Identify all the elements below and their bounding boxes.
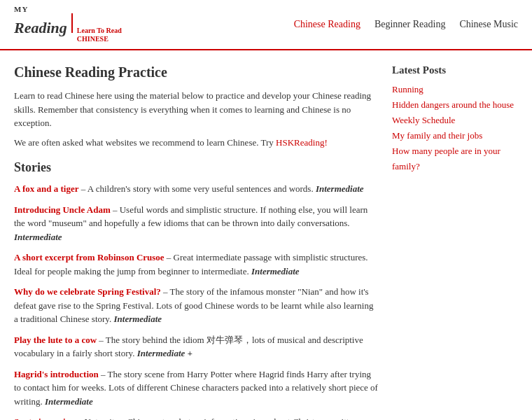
story-level: Intermediate + (137, 348, 192, 358)
story-item: A short excerpt from Robinson Crusoe – G… (14, 251, 378, 278)
logo-main: Reading (14, 20, 67, 36)
stories-heading: Stories (14, 160, 378, 175)
logo-subtitle: Learn To Read CHINESE (77, 27, 122, 43)
nav-chinese-reading[interactable]: Chinese Reading (294, 19, 360, 30)
logo-my: MY (14, 6, 122, 13)
hsk-reading-link[interactable]: HSKReading! (276, 137, 328, 148)
story-item-hagrid: Hagrid's introduction – The story scene … (14, 368, 378, 409)
story-level: Intermediate (45, 396, 93, 407)
sidebar-link-dangers[interactable]: Hidden dangers around the house (392, 97, 518, 113)
story-item: Play the lute to a cow – The story behin… (14, 333, 378, 360)
story-item: Santa is coming – Not quite a Chinese st… (14, 415, 378, 420)
logo-divider (71, 13, 73, 33)
logo-chinese-reading: Reading Learn To Read CHINESE (14, 13, 122, 43)
story-level: Intermediate (14, 232, 62, 242)
story-link[interactable]: A short excerpt from Robinson Crusoe (14, 252, 164, 262)
story-level: Intermediate (251, 266, 300, 276)
intro-paragraph-2: We are often asked what websites we reco… (14, 136, 378, 150)
story-link-hagrid[interactable]: Hagrid's introduction (14, 369, 99, 379)
sidebar: Latest Posts Running Hidden dangers arou… (392, 64, 518, 420)
logo-text: MY Reading Learn To Read CHINESE (14, 6, 122, 43)
sidebar-link-schedule[interactable]: Weekly Schedule (392, 113, 518, 128)
story-item: A fox and a tiger – A children's story w… (14, 182, 378, 196)
sidebar-link-running[interactable]: Running (392, 82, 518, 97)
story-item: Why do we celebrate Spring Festival? – T… (14, 285, 378, 326)
story-item: Introducing Uncle Adam – Useful words an… (14, 203, 378, 244)
page-title: Chinese Reading Practice (14, 64, 378, 80)
main-container: Chinese Reading Practice Learn to read C… (0, 50, 532, 420)
main-nav: Chinese Reading Beginner Reading Chinese… (294, 19, 518, 30)
story-level: Intermediate (114, 314, 162, 324)
story-level: Intermediate (316, 183, 364, 194)
story-link[interactable]: A fox and a tiger (14, 183, 78, 194)
logo: MY Reading Learn To Read CHINESE (14, 6, 122, 43)
main-content: Chinese Reading Practice Learn to read C… (14, 64, 392, 420)
story-link[interactable]: Santa is coming (14, 416, 75, 420)
site-header: MY Reading Learn To Read CHINESE Chinese… (0, 0, 532, 50)
story-link[interactable]: Play the lute to a cow (14, 335, 97, 345)
story-link[interactable]: Introducing Uncle Adam (14, 204, 111, 215)
sidebar-title: Latest Posts (392, 64, 518, 76)
story-link[interactable]: Why do we celebrate Spring Festival? (14, 286, 161, 297)
sidebar-link-family-jobs[interactable]: My family and their jobs (392, 128, 518, 144)
nav-chinese-music[interactable]: Chinese Music (459, 19, 518, 30)
intro-paragraph-1: Learn to read Chinese here using the mat… (14, 89, 378, 130)
sidebar-link-how-many[interactable]: How many people are in your family? (392, 144, 518, 174)
nav-beginner-reading[interactable]: Beginner Reading (374, 19, 445, 30)
